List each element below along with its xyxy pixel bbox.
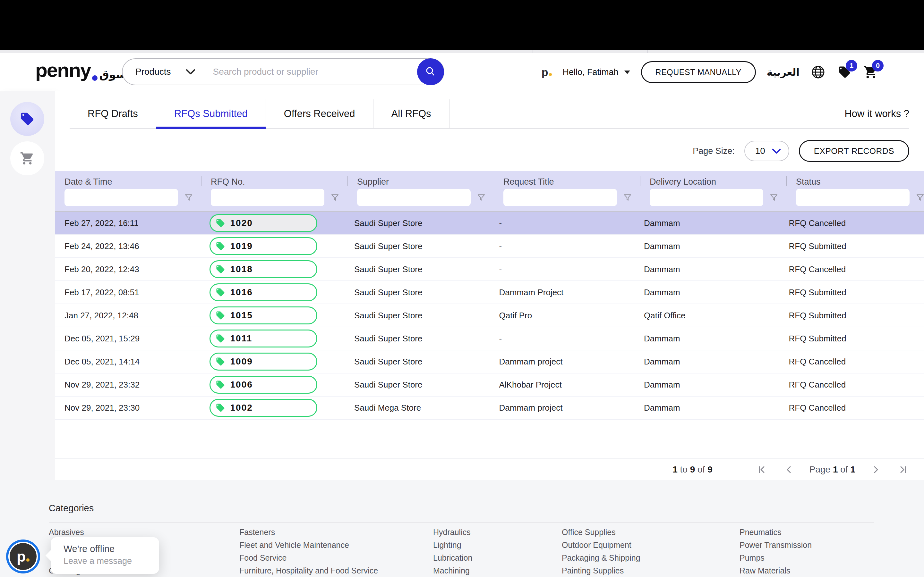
- categories-column: FastenersFleet and Vehicle MaintenanceFo…: [239, 526, 378, 577]
- category-link[interactable]: Furniture, Hospitality and Food Service: [239, 564, 378, 577]
- table-row[interactable]: Dec 05, 2021, 14:14 1009 Saudi Super Sto…: [55, 350, 924, 374]
- categories-column: Office SuppliesOutdoor EquipmentPackagin…: [562, 526, 640, 577]
- search-icon: [425, 66, 437, 78]
- cell-status: RFQ Cancelled: [779, 264, 924, 274]
- categories-column: PneumaticsPower TransmissionPumpsRaw Mat…: [740, 526, 812, 577]
- column-label: RFQ No.: [211, 175, 347, 189]
- greeting-text: Hello, Fatimah: [563, 67, 619, 77]
- tab-offers-received[interactable]: Offers Received: [266, 99, 373, 128]
- rfq-chip[interactable]: 1016: [210, 284, 317, 301]
- table-row[interactable]: Nov 29, 2021, 23:32 1006 Saudi Super Sto…: [55, 374, 924, 396]
- cell-rfq-no: 1016: [200, 284, 345, 301]
- cell-rfq-no: 1018: [200, 260, 345, 278]
- filter-funnel-icon[interactable]: [915, 193, 924, 202]
- page-size-select[interactable]: 10: [744, 141, 789, 161]
- rfq-chip[interactable]: 1019: [210, 237, 317, 255]
- rfq-chip[interactable]: 1015: [210, 306, 317, 324]
- table-row[interactable]: Nov 29, 2021, 23:30 1002 Saudi Mega Stor…: [55, 396, 924, 420]
- category-link[interactable]: Power Transmission: [740, 538, 812, 551]
- category-link[interactable]: Food Service: [239, 551, 378, 564]
- column-filter-input[interactable]: [65, 189, 178, 206]
- table-row[interactable]: Feb 27, 2022, 16:11 1020 Saudi Super Sto…: [55, 212, 924, 235]
- rfq-chip[interactable]: 1011: [210, 330, 317, 348]
- first-page-button[interactable]: [756, 463, 768, 476]
- category-link[interactable]: Machining: [433, 564, 472, 577]
- chat-popup[interactable]: We're offline Leave a message: [51, 537, 159, 574]
- filter-funnel-icon[interactable]: [330, 193, 340, 202]
- category-link[interactable]: Pneumatics: [740, 526, 812, 538]
- table-row[interactable]: Feb 17, 2022, 08:51 1016 Saudi Super Sto…: [55, 281, 924, 304]
- categories-heading: Categories: [49, 503, 94, 514]
- category-link[interactable]: Lubrication: [433, 551, 472, 564]
- last-page-button[interactable]: [897, 463, 909, 476]
- column-filter-input[interactable]: [650, 189, 763, 206]
- filter-funnel-icon[interactable]: [477, 193, 486, 202]
- request-manually-button[interactable]: REQUEST MANUALLY: [641, 61, 756, 83]
- category-link[interactable]: Fleet and Vehicle Maintenance: [239, 538, 378, 551]
- category-link[interactable]: Fasteners: [239, 526, 378, 538]
- table-row[interactable]: Dec 05, 2021, 15:29 1011 Saudi Super Sto…: [55, 327, 924, 350]
- column-filter-input[interactable]: [503, 189, 617, 206]
- export-records-button[interactable]: EXPORT RECORDS: [799, 140, 909, 162]
- how-it-works-link[interactable]: How it works ?: [845, 99, 909, 128]
- category-select[interactable]: Products: [123, 67, 195, 77]
- category-link[interactable]: Lighting: [433, 538, 472, 551]
- tag-icon: [20, 111, 35, 126]
- rfq-tag-button[interactable]: 1: [837, 64, 852, 80]
- cell-delivery-location: Dammam: [634, 357, 779, 367]
- rfq-number: 1020: [230, 218, 253, 228]
- pagination: 1 to 9 of 9 Page 1 of 1: [672, 463, 909, 476]
- column-filter-input[interactable]: [357, 189, 471, 206]
- chat-launcher[interactable]: p: [8, 542, 38, 571]
- column-label: Request Title: [503, 175, 640, 189]
- prev-page-button[interactable]: [782, 463, 795, 476]
- cart-button[interactable]: 0: [863, 64, 879, 80]
- cell-delivery-location: Dammam: [634, 218, 779, 228]
- tab-all-rfqs[interactable]: All RFQs: [373, 99, 449, 128]
- caret-down-icon: [624, 71, 630, 74]
- next-page-button[interactable]: [869, 463, 882, 476]
- category-link[interactable]: Abrasives: [49, 526, 130, 538]
- tab-rfq-drafts[interactable]: RFQ Drafts: [69, 99, 156, 128]
- filter-funnel-icon[interactable]: [184, 193, 194, 202]
- rfq-chip[interactable]: 1018: [210, 260, 317, 278]
- penny-logo[interactable]: penny سوق: [35, 59, 127, 81]
- last-page-icon: [899, 466, 907, 474]
- category-link[interactable]: Raw Materials: [740, 564, 812, 577]
- category-link[interactable]: Outdoor Equipment: [562, 538, 640, 551]
- category-link[interactable]: Painting Supplies: [562, 564, 640, 577]
- search-input[interactable]: [212, 66, 417, 77]
- category-link[interactable]: Packaging & Shipping: [562, 551, 640, 564]
- globe-icon: [811, 65, 825, 79]
- category-link[interactable]: Office Supplies: [562, 526, 640, 538]
- tag-icon: [216, 357, 225, 366]
- cell-status: RFQ Cancelled: [779, 403, 924, 413]
- category-link[interactable]: Hydraulics: [433, 526, 472, 538]
- categories-column: HydraulicsLightingLubricationMachining: [433, 526, 472, 577]
- rfq-chip[interactable]: 1002: [210, 399, 317, 417]
- filter-funnel-icon[interactable]: [769, 193, 779, 202]
- sidebar-item-cart[interactable]: [10, 141, 44, 175]
- rfq-chip[interactable]: 1006: [210, 376, 317, 394]
- globe-button[interactable]: [811, 64, 826, 80]
- cell-date-time: Feb 17, 2022, 08:51: [55, 287, 200, 298]
- account-menu[interactable]: Hello, Fatimah: [563, 67, 630, 77]
- language-toggle[interactable]: العربية: [767, 66, 800, 78]
- column-filter-input[interactable]: [796, 189, 909, 206]
- tabs: RFQ Drafts RFQs Submitted Offers Receive…: [69, 99, 909, 129]
- column-label: Status: [796, 175, 924, 189]
- tab-rfqs-submitted[interactable]: RFQs Submitted: [156, 99, 266, 128]
- table-column-header: RFQ No.: [201, 171, 347, 211]
- rfq-chip[interactable]: 1009: [210, 353, 317, 371]
- column-filter-input[interactable]: [211, 189, 325, 206]
- rfq-chip[interactable]: 1020: [210, 214, 317, 232]
- sidebar-item-rfqs[interactable]: [10, 102, 44, 136]
- table-row[interactable]: Feb 24, 2022, 13:46 1019 Saudi Super Sto…: [55, 235, 924, 258]
- rfq-number: 1015: [230, 310, 253, 321]
- cell-rfq-no: 1011: [200, 330, 345, 348]
- table-row[interactable]: Jan 27, 2022, 12:48 1015 Saudi Super Sto…: [55, 304, 924, 327]
- search-button[interactable]: [417, 58, 444, 85]
- table-row[interactable]: Feb 20, 2022, 12:43 1018 Saudi Super Sto…: [55, 258, 924, 281]
- category-link[interactable]: Pumps: [740, 551, 812, 564]
- filter-funnel-icon[interactable]: [623, 193, 632, 202]
